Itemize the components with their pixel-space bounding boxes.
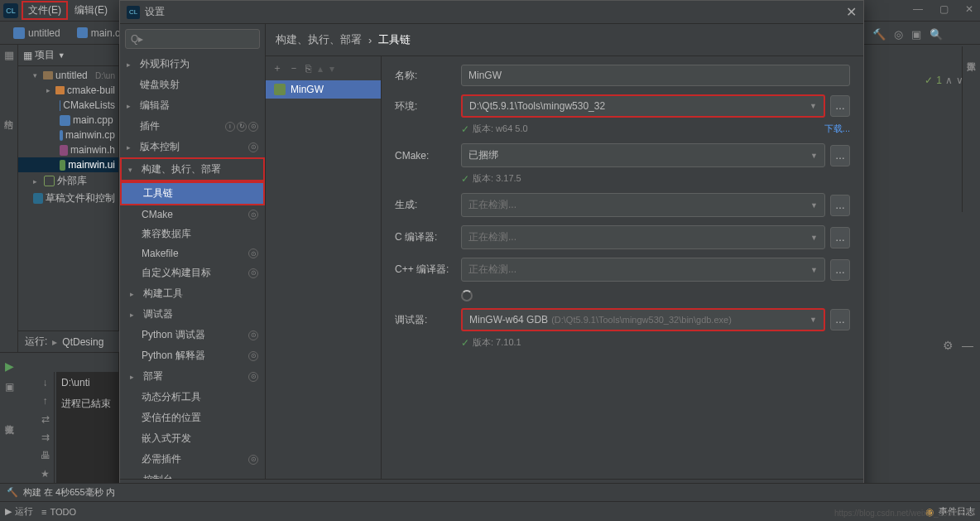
run-icon[interactable]: ▶ <box>5 359 14 373</box>
settings-required-plugins[interactable]: 必需插件⊙ <box>120 449 265 470</box>
close-icon[interactable]: ✕ <box>846 4 857 20</box>
run-output: D:\unti 进程已結束 <box>56 372 119 501</box>
settings-search[interactable]: Q▸ <box>125 29 260 49</box>
hammer-icon[interactable]: 🔨 <box>872 28 886 41</box>
breadcrumb: 构建、执行、部署›工具链 <box>266 24 863 56</box>
settings-editor[interactable]: ▸编辑器 <box>120 95 265 116</box>
browse-debugger-button[interactable]: … <box>830 309 850 330</box>
wrap-icon[interactable]: ⇉ <box>41 432 50 443</box>
settings-dynamic-analysis[interactable]: 动态分析工具 <box>120 387 265 408</box>
warning-count: 1 <box>936 75 942 86</box>
hammer-icon: 🔨 <box>7 487 18 498</box>
tree-cmake-build[interactable]: ▸cmake-buil <box>18 83 118 98</box>
env-label: 环境: <box>395 99 461 113</box>
scope-badge-icon: ⊙ <box>248 122 258 132</box>
c-compiler-select[interactable]: 正在检测...▼ <box>461 225 825 249</box>
settings-deployment[interactable]: ▸部署⊙ <box>120 366 265 387</box>
menu-edit[interactable]: 编辑(E) <box>68 1 114 20</box>
cpp-file-icon <box>60 130 63 141</box>
chevron-down-icon: ▼ <box>809 102 817 110</box>
settings-py-debugger[interactable]: Python 调试器⊙ <box>120 325 265 345</box>
star-icon[interactable]: ★ <box>41 468 50 480</box>
settings-build-exec-deploy[interactable]: ▾构建、执行、部署 <box>120 157 265 181</box>
tree-scratch[interactable]: 草稿文件和控制 <box>18 190 118 207</box>
target-icon[interactable]: ◎ <box>894 28 903 41</box>
library-icon <box>44 176 55 186</box>
cpp-compiler-select[interactable]: 正在检测...▼ <box>461 258 825 282</box>
up-icon[interactable]: ▴ <box>318 63 323 75</box>
settings-console[interactable]: ▸控制台 <box>120 470 265 479</box>
chevron-down-icon: ▾ <box>33 71 41 80</box>
settings-compat-db[interactable]: 兼容数据库 <box>120 224 265 244</box>
up-icon[interactable]: ↑ <box>43 395 48 407</box>
footer-todo[interactable]: ≡TODO <box>41 507 76 517</box>
chevron-down-icon: ▼ <box>810 266 818 274</box>
settings-debugger[interactable]: ▸调试器 <box>120 304 265 325</box>
browse-gen-button[interactable]: … <box>830 195 850 216</box>
window-close-icon[interactable]: ✕ <box>965 3 973 15</box>
profile-mingw[interactable]: MinGW <box>266 80 381 99</box>
tree-mainwin-cpp[interactable]: mainwin.cp <box>18 128 118 142</box>
browse-cmake-button[interactable]: … <box>830 145 850 166</box>
settings-py-interpreter[interactable]: Python 解释器⊙ <box>120 345 265 366</box>
chevron-right-icon: ▸ <box>33 177 41 186</box>
project-panel-header[interactable]: ▦ 项目 ▼ <box>18 45 118 66</box>
window-layout-icon[interactable]: ▣ <box>911 28 921 41</box>
down-icon[interactable]: ▾ <box>329 63 334 75</box>
settings-makefile[interactable]: Makefile⊙ <box>120 244 265 263</box>
name-input[interactable] <box>461 65 850 86</box>
settings-build-tools[interactable]: ▸构建工具 <box>120 283 265 304</box>
settings-appearance[interactable]: ▸外观和行为 <box>120 54 265 75</box>
settings-custom-targets[interactable]: 自定义构建目标⊙ <box>120 263 265 283</box>
filter-icon[interactable]: ⇄ <box>41 413 50 425</box>
copy-icon[interactable]: ⎘ <box>305 63 311 75</box>
dialog-title: 设置 <box>145 5 165 19</box>
tree-mainwin-ui[interactable]: mainwin.ui <box>18 157 118 172</box>
name-label: 名称: <box>395 69 461 83</box>
tree-external[interactable]: ▸外部库 <box>18 172 118 190</box>
tab-untitled[interactable]: untitled <box>5 24 69 42</box>
h-file-icon <box>60 145 68 156</box>
env-select[interactable]: D:\Qt5.9.1\Tools\mingw530_32▼ <box>461 94 825 118</box>
settings-plugins[interactable]: 插件i↻⊙ <box>120 116 265 137</box>
settings-toolchains[interactable]: 工具链 <box>120 181 265 205</box>
chevron-up-icon[interactable]: ∧ <box>945 75 953 86</box>
tree-root[interactable]: ▾untitled D:\un <box>18 68 118 83</box>
download-link[interactable]: 下载... <box>824 123 850 135</box>
gear-icon[interactable]: ⚙ <box>943 339 954 352</box>
gen-select[interactable]: 正在检测...▼ <box>461 193 825 217</box>
check-icon: ✓ <box>925 75 933 86</box>
rerun-icon[interactable]: ▣ <box>5 381 14 393</box>
search-icon[interactable]: 🔍 <box>930 28 943 41</box>
settings-cmake[interactable]: CMake⊙ <box>120 205 265 224</box>
debugger-select[interactable]: MinGW-w64 GDB(D:\Qt5.9.1\Tools\mingw530_… <box>461 308 825 331</box>
stop-icon[interactable]: ↓ <box>43 377 48 388</box>
minimize-icon[interactable]: — <box>913 3 923 15</box>
tree-cmakelists[interactable]: CMakeLists <box>18 98 118 113</box>
add-icon[interactable]: ＋ <box>272 61 282 75</box>
footer-run[interactable]: ▶运行 <box>5 505 33 518</box>
scope-badge-icon: ⊙ <box>248 248 258 258</box>
settings-version-control[interactable]: ▸版本控制⊙ <box>120 137 265 157</box>
tree-main-cpp[interactable]: main.cpp <box>18 113 118 128</box>
maximize-icon[interactable]: ▢ <box>939 3 949 15</box>
tree-mainwin-h[interactable]: mainwin.h <box>18 142 118 157</box>
cmake-select[interactable]: 已捆绑▼ <box>461 143 825 167</box>
browse-env-button[interactable]: … <box>830 95 850 117</box>
build-status: 构建 在 4秒655毫秒 内 <box>23 486 115 499</box>
run-panel-header[interactable]: 运行: ▸ QtDesing <box>18 330 119 352</box>
print-icon[interactable]: 🖶 <box>41 450 50 461</box>
settings-trusted-locations[interactable]: 受信任的位置 <box>120 408 265 428</box>
run-play-icon: ▶ <box>5 506 12 517</box>
project-tool-icon[interactable]: ▦ <box>2 48 16 61</box>
cpp-compiler-label: C++ 编译器: <box>395 263 461 277</box>
remove-icon[interactable]: － <box>289 61 299 75</box>
settings-embedded[interactable]: 嵌入式开发 <box>120 428 265 449</box>
browse-cpp-compiler-button[interactable]: … <box>830 259 850 281</box>
dropdown-icon[interactable]: ▼ <box>58 51 65 60</box>
minimize-panel-icon[interactable]: — <box>962 339 973 352</box>
menu-file[interactable]: 文件(E) <box>22 1 68 20</box>
browse-c-compiler-button[interactable]: … <box>830 227 850 248</box>
settings-keymap[interactable]: 键盘映射 <box>120 75 265 95</box>
scope-badge-icon: ⊙ <box>248 351 258 361</box>
